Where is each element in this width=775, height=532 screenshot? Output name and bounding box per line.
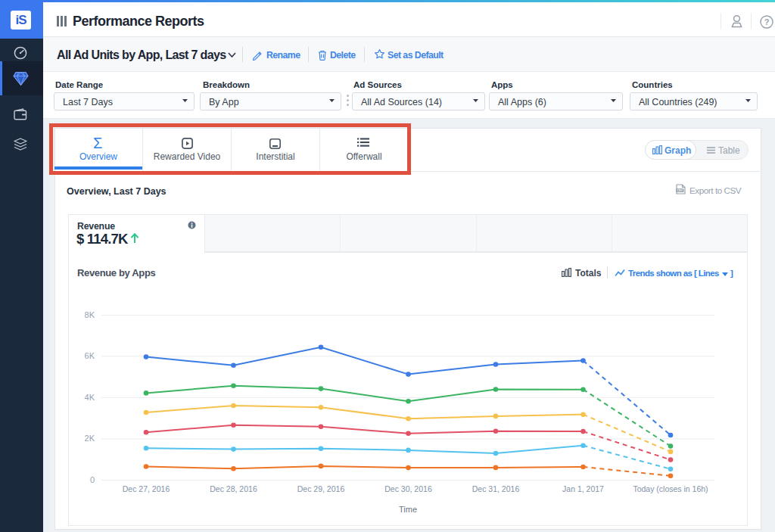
svg-text:Today (closes in 16h): Today (closes in 16h) [633, 484, 708, 493]
svg-text:CSV: CSV [677, 189, 683, 192]
svg-text:2K: 2K [85, 434, 95, 443]
svg-text:Dec 29, 2016: Dec 29, 2016 [297, 484, 345, 493]
svg-text:Dec 31, 2016: Dec 31, 2016 [472, 484, 520, 493]
svg-text:Dec 30, 2016: Dec 30, 2016 [384, 484, 432, 493]
svg-text:Time: Time [399, 505, 417, 514]
svg-text:?: ? [764, 17, 770, 26]
svg-text:8K: 8K [85, 310, 95, 319]
svg-text:Dec 28, 2016: Dec 28, 2016 [210, 484, 257, 493]
svg-text:0: 0 [90, 475, 95, 484]
svg-text:Dec 27, 2016: Dec 27, 2016 [123, 484, 170, 493]
svg-text:6K: 6K [85, 351, 95, 360]
svg-text:4K: 4K [85, 393, 95, 402]
svg-text:Jan 1, 2017: Jan 1, 2017 [562, 484, 604, 493]
